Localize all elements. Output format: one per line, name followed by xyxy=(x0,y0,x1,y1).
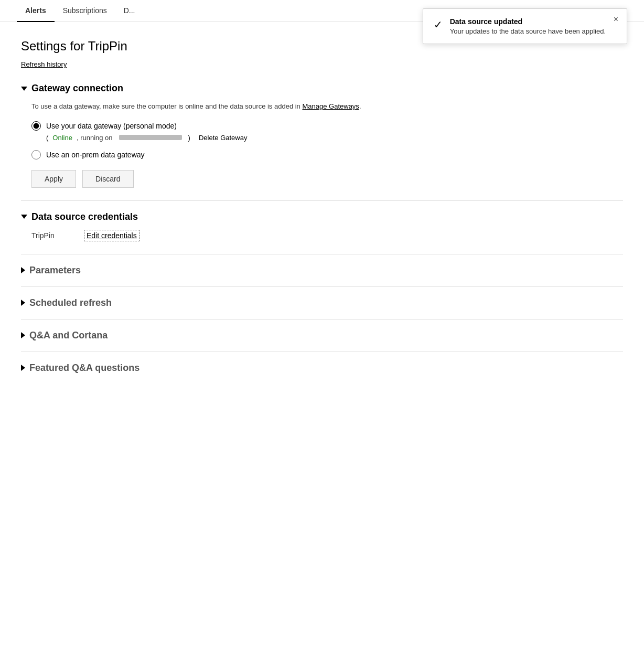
toast-notification: ✓ Data source updated Your updates to th… xyxy=(423,8,627,44)
tab-alerts[interactable]: Alerts xyxy=(17,0,55,22)
checkmark-icon: ✓ xyxy=(434,18,443,31)
toast-close-button[interactable]: × xyxy=(611,14,620,25)
scheduled-refresh-section-title: Scheduled refresh xyxy=(29,297,112,308)
toast-content: Data source updated Your updates to the … xyxy=(450,17,606,35)
credentials-collapse-icon xyxy=(21,215,27,219)
gateway-section-title: Gateway connection xyxy=(31,83,123,94)
scheduled-refresh-expand-icon xyxy=(21,300,25,306)
edit-credentials-link[interactable]: Edit credentials xyxy=(84,230,139,241)
toast-message: Your updates to the data source have bee… xyxy=(450,27,606,35)
radio-personal-label: Use your data gateway (personal mode) xyxy=(46,122,177,130)
running-on-text: , running on xyxy=(77,134,113,142)
refresh-history-link[interactable]: Refresh history xyxy=(21,60,67,68)
gateway-section-header[interactable]: Gateway connection xyxy=(21,83,623,94)
toast-title: Data source updated xyxy=(450,17,606,26)
discard-button[interactable]: Discard xyxy=(82,170,133,188)
main-content: Settings for TripPin Refresh history Gat… xyxy=(0,22,644,401)
featured-qa-section-title: Featured Q&A questions xyxy=(29,363,139,374)
gateway-section-body: To use a data gateway, make sure the com… xyxy=(21,101,623,188)
parameters-section-header[interactable]: Parameters xyxy=(21,265,623,276)
online-status-text: Online xyxy=(52,134,72,142)
scheduled-refresh-section-header[interactable]: Scheduled refresh xyxy=(21,297,623,308)
credentials-source-name: TripPin xyxy=(31,231,73,240)
qa-cortana-section-title: Q&A and Cortana xyxy=(29,330,108,341)
gateway-button-group: Apply Discard xyxy=(31,170,623,188)
credentials-section-header[interactable]: Data source credentials xyxy=(21,211,623,222)
credentials-section: Data source credentials TripPin Edit cre… xyxy=(21,211,623,241)
gateway-section: Gateway connection To use a data gateway… xyxy=(21,83,623,188)
radio-onprem-label: Use an on-prem data gateway xyxy=(46,151,145,159)
apply-button[interactable]: Apply xyxy=(31,170,76,188)
featured-qa-expand-icon xyxy=(21,365,25,371)
radio-onprem-input[interactable] xyxy=(31,150,41,159)
qa-cortana-section-header[interactable]: Q&A and Cortana xyxy=(21,330,623,341)
close-paren: ) xyxy=(188,134,190,142)
divider-4 xyxy=(21,319,623,320)
radio-personal-input[interactable] xyxy=(31,121,41,131)
radio-onprem-option: Use an on-prem data gateway xyxy=(31,150,623,159)
redacted-hostname xyxy=(119,135,182,140)
divider-3 xyxy=(21,286,623,287)
divider-2 xyxy=(21,254,623,254)
collapse-triangle-icon xyxy=(21,87,27,91)
credentials-section-title: Data source credentials xyxy=(31,211,138,222)
radio-personal-option: Use your data gateway (personal mode) xyxy=(31,121,623,131)
featured-qa-section-header[interactable]: Featured Q&A questions xyxy=(21,363,623,374)
online-status-row: ( Online , running on ) Delete Gateway xyxy=(46,134,623,142)
credentials-row: TripPin Edit credentials xyxy=(21,230,623,241)
delete-gateway-link[interactable]: Delete Gateway xyxy=(199,134,248,142)
qa-cortana-expand-icon xyxy=(21,332,25,338)
open-paren: ( xyxy=(46,134,48,142)
manage-gateways-link[interactable]: Manage Gateways xyxy=(302,102,359,110)
parameters-section-title: Parameters xyxy=(29,265,81,276)
gateway-description: To use a data gateway, make sure the com… xyxy=(31,101,503,112)
tab-subscriptions[interactable]: Subscriptions xyxy=(55,0,115,22)
divider-5 xyxy=(21,352,623,352)
parameters-expand-icon xyxy=(21,267,25,273)
tab-d[interactable]: D... xyxy=(115,0,144,22)
divider-1 xyxy=(21,200,623,201)
